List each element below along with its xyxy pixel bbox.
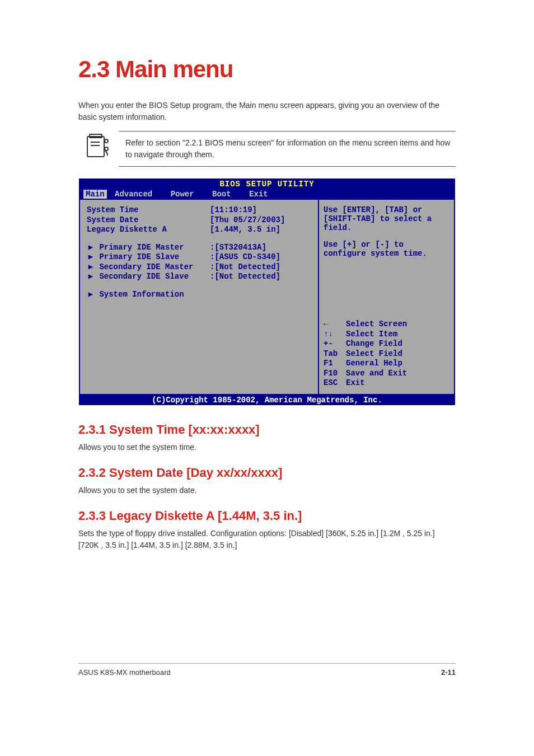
bios-item-value: [11:10:19] xyxy=(210,205,257,215)
bios-menubar: Main Advanced Power Boot Exit xyxy=(79,190,455,200)
bios-subitem-label: ▶ Secondary IDE Master xyxy=(87,262,210,273)
subsection-heading: 2.3.2 System Date [Day xx/xx/xxxx] xyxy=(78,466,456,480)
submenu-arrow-icon: ▶ xyxy=(87,252,95,262)
bios-subitem-label: ▶ Primary IDE Slave xyxy=(87,252,210,262)
bios-subitem-label: ▶ Primary IDE Master xyxy=(87,243,210,253)
footer-page-number: 2-11 xyxy=(441,668,456,677)
subsection-heading: 2.3.3 Legacy Diskette A [1.44M, 3.5 in.] xyxy=(78,509,456,523)
bios-nav-key: ESC xyxy=(324,378,346,388)
bios-title: BIOS SETUP UTILITY xyxy=(79,179,455,190)
bios-nav-desc: Select Field xyxy=(346,349,402,359)
bios-tab-boot: Boot xyxy=(209,190,241,199)
bios-right-panel: Use [ENTER], [TAB] or [SHIFT-TAB] to sel… xyxy=(319,200,454,394)
bios-tab-power: Power xyxy=(167,190,204,199)
bios-nav-key: Tab xyxy=(324,349,346,359)
page-footer: ASUS K8S-MX motherboard 2-11 xyxy=(78,663,456,677)
submenu-arrow-icon: ▶ xyxy=(87,272,95,282)
bios-subitem-value: :[Not Detected] xyxy=(210,272,280,282)
bios-nav-desc: General Help xyxy=(346,359,402,369)
bios-copyright: (C)Copyright 1985-2002, American Megatre… xyxy=(79,395,455,405)
bios-nav-key: ↑↓ xyxy=(324,330,346,340)
submenu-arrow-icon: ▶ xyxy=(87,243,95,253)
note-text: Refer to section "2.2.1 BIOS menu screen… xyxy=(119,131,456,167)
bios-nav-key: F1 xyxy=(324,359,346,369)
bios-subitem-label: ▶ System Information xyxy=(87,290,210,300)
bios-subitem-value: :[Not Detected] xyxy=(210,262,280,273)
bios-nav-key: F10 xyxy=(324,369,346,379)
bios-item-value: [1.44M, 3.5 in] xyxy=(210,225,280,235)
bios-nav-key: +- xyxy=(324,339,346,349)
note-icon xyxy=(85,133,112,160)
submenu-arrow-icon: ▶ xyxy=(87,262,95,273)
subsection-body: Allows you to set the system time. xyxy=(78,442,456,453)
note-block: Refer to section "2.2.1 BIOS menu screen… xyxy=(78,131,456,167)
bios-item-label: System Time xyxy=(87,205,210,215)
intro-paragraph: When you enter the BIOS Setup program, t… xyxy=(78,100,456,123)
bios-screenshot: BIOS SETUP UTILITY Main Advanced Power B… xyxy=(79,179,455,405)
bios-tab-exit: Exit xyxy=(246,190,278,199)
subsection-body: Sets the type of floppy drive installed.… xyxy=(78,528,456,551)
svg-point-2 xyxy=(105,139,108,143)
bios-nav-desc: Select Screen xyxy=(346,320,407,330)
bios-nav-desc: Select Item xyxy=(346,330,397,340)
section-heading: 2.3 Main menu xyxy=(78,56,456,83)
bios-item-label: Legacy Diskette A xyxy=(87,225,210,235)
bios-subitem-value: :[ASUS CD-S340] xyxy=(210,252,280,262)
svg-point-3 xyxy=(105,147,108,151)
bios-nav-desc: Save and Exit xyxy=(346,369,407,379)
bios-nav-key: ← xyxy=(324,320,346,330)
footer-left-text: ASUS K8S-MX motherboard xyxy=(78,668,441,677)
bios-nav-desc: Change Field xyxy=(346,339,402,349)
svg-rect-0 xyxy=(87,137,104,157)
subsection-body: Allows you to set the system date. xyxy=(78,485,456,496)
submenu-arrow-icon: ▶ xyxy=(87,290,95,300)
bios-item-value: [Thu 05/27/2003] xyxy=(210,215,285,226)
bios-item-label: System Date xyxy=(87,215,210,226)
bios-nav-desc: Exit xyxy=(346,378,365,388)
bios-left-panel: System Time [11:10:19] System Date [Thu … xyxy=(80,200,319,394)
bios-tab-main: Main xyxy=(83,190,107,199)
bios-subitem-label: ▶ Secondary IDE Slave xyxy=(87,272,210,282)
bios-help-text: Use [+] or [-] to configure system time. xyxy=(324,240,449,258)
bios-help-text: Use [ENTER], [TAB] or [SHIFT-TAB] to sel… xyxy=(324,205,449,232)
bios-subitem-value: :[ST320413A] xyxy=(210,243,266,253)
bios-tab-advanced: Advanced xyxy=(111,190,162,199)
subsection-heading: 2.3.1 System Time [xx:xx:xxxx] xyxy=(78,422,456,437)
